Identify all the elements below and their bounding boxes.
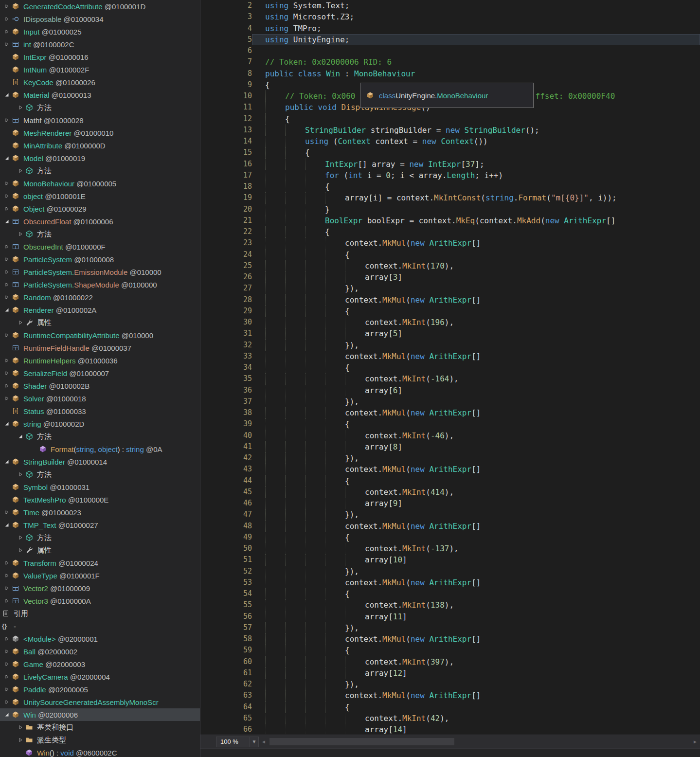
code-line-text[interactable]: array[8]	[252, 441, 700, 452]
tree-item[interactable]: UnitySourceGeneratedAssemblyMonoScr	[0, 696, 200, 708]
tree-item[interactable]: Random @01000022	[0, 291, 200, 304]
collapse-arrow-icon[interactable]	[2, 91, 12, 98]
code-line-text[interactable]: {	[252, 147, 700, 158]
tree-item[interactable]: Input @01000025	[0, 25, 200, 38]
expand-arrow-icon[interactable]	[16, 737, 25, 743]
code-line-text[interactable]: array[14]	[252, 724, 700, 735]
expand-arrow-icon[interactable]	[2, 648, 12, 655]
collapse-arrow-icon[interactable]	[2, 155, 12, 162]
code-line-text[interactable]: context.MkInt(-164),	[252, 373, 700, 384]
code-line-text[interactable]: }),	[252, 679, 700, 690]
code-line-text[interactable]: context.MkInt(397),	[252, 656, 700, 667]
collapse-arrow-icon[interactable]	[2, 711, 12, 718]
code-line-text[interactable]: context.MkInt(-137),	[252, 543, 700, 554]
tree-item[interactable]: RuntimeFieldHandle @01000037	[0, 342, 200, 354]
expand-arrow-icon[interactable]	[2, 281, 12, 288]
tree-item[interactable]: 派生类型	[0, 734, 200, 746]
expand-arrow-icon[interactable]	[16, 547, 25, 554]
code-line-text[interactable]: using TMPro;	[252, 23, 700, 34]
code-line-text[interactable]: context.MkMul(new ArithExpr[]	[252, 633, 700, 645]
tree-item[interactable]: Vector3 @0100000A	[0, 595, 200, 607]
code-line-text[interactable]: {	[252, 418, 700, 430]
code-line-text[interactable]: }	[252, 204, 700, 215]
tree-item[interactable]: 方法	[0, 101, 200, 114]
expand-arrow-icon[interactable]	[2, 699, 12, 705]
code-line-text[interactable]: {	[252, 475, 700, 487]
code-line-text[interactable]: {	[252, 645, 700, 656]
expand-arrow-icon[interactable]	[16, 167, 25, 174]
code-line-text[interactable]: {	[252, 306, 700, 317]
code-line-text[interactable]: array[11]	[252, 611, 700, 622]
code-line-text[interactable]: IntExpr[] array = new IntExpr[37];	[252, 159, 700, 170]
tree-item[interactable]: MinAttribute @0100000D	[0, 139, 200, 152]
expand-arrow-icon[interactable]	[2, 370, 12, 377]
expand-arrow-icon[interactable]	[2, 243, 12, 250]
code-line-text[interactable]: }),	[252, 509, 700, 520]
tree-item[interactable]: ObscuredFloat @01000006	[0, 215, 200, 228]
tree-item[interactable]: MonoBehaviour @01000005	[0, 177, 200, 190]
code-line-text[interactable]: array[i] = context.MkIntConst(string.For…	[252, 192, 700, 203]
tree-item[interactable]: MeshRenderer @01000010	[0, 126, 200, 139]
code-line-text[interactable]: using UnityEngine;	[252, 34, 700, 45]
tree-item[interactable]: Transform @01000024	[0, 557, 200, 569]
code-line-text[interactable]: array[12]	[252, 667, 700, 679]
tree-item[interactable]: Renderer @0100002A	[0, 304, 200, 316]
code-line-text[interactable]: context.MkMul(new ArithExpr[]	[252, 690, 700, 701]
expand-arrow-icon[interactable]	[2, 3, 12, 10]
tree-item[interactable]: Solver @01000018	[0, 392, 200, 405]
code-line-text[interactable]: context.MkMul(new ArithExpr[]	[252, 464, 700, 475]
tree-item[interactable]: LivelyCamera @02000004	[0, 670, 200, 683]
code-line-text[interactable]: StringBuilder stringBuilder = new String…	[252, 125, 700, 136]
code-line-text[interactable]: }),	[252, 622, 700, 633]
tree-item[interactable]: Win @02000006	[0, 708, 200, 721]
tree-item[interactable]: Symbol @01000031	[0, 481, 200, 493]
expand-arrow-icon[interactable]	[16, 104, 25, 111]
code-line-text[interactable]: using (Context context = new Context())	[252, 136, 700, 147]
expand-arrow-icon[interactable]	[2, 686, 12, 693]
code-line-text[interactable]: {	[252, 532, 700, 543]
expand-arrow-icon[interactable]	[2, 332, 12, 339]
code-line-text[interactable]: }),	[252, 283, 700, 294]
code-line-text[interactable]: BoolExpr boolExpr = context.MkEq(context…	[252, 215, 700, 226]
expand-arrow-icon[interactable]	[2, 357, 12, 364]
zoom-control[interactable]: 100 % ▼	[216, 737, 259, 747]
code-line-text[interactable]: using System.Text;	[252, 0, 700, 11]
code-line-text[interactable]: array[9]	[252, 498, 700, 509]
tree-item[interactable]: Format(string, object) : string @0A	[0, 443, 200, 455]
tree-item[interactable]: 方法	[0, 531, 200, 544]
expand-arrow-icon[interactable]	[16, 534, 25, 541]
expand-arrow-icon[interactable]	[16, 231, 25, 237]
expand-arrow-icon[interactable]	[2, 41, 12, 48]
chevron-down-icon[interactable]: ▼	[250, 737, 258, 747]
tree-item[interactable]: Shader @0100002B	[0, 379, 200, 392]
tree-item[interactable]: Game @02000003	[0, 658, 200, 670]
tree-item[interactable]: TextMeshPro @0100000E	[0, 493, 200, 506]
expand-arrow-icon[interactable]	[2, 205, 12, 212]
code-line-text[interactable]: using Microsoft.Z3;	[252, 11, 700, 22]
expand-arrow-icon[interactable]	[2, 28, 12, 35]
code-line-text[interactable]: array[5]	[252, 328, 700, 339]
code-line-text[interactable]: array[10]	[252, 554, 700, 565]
tree-item[interactable]: Win() : void @0600002C	[0, 746, 200, 757]
tree-item[interactable]: Mathf @01000028	[0, 114, 200, 126]
expand-arrow-icon[interactable]	[2, 661, 12, 667]
tree-item[interactable]: Status @01000033	[0, 405, 200, 417]
tree-item[interactable]: <Module> @02000001	[0, 632, 200, 645]
code-line-text[interactable]: array[6]	[252, 385, 700, 396]
tree-item[interactable]: Time @01000023	[0, 506, 200, 519]
tree-item[interactable]: 方法	[0, 228, 200, 240]
code-line-text[interactable]: public class Win : MonoBehaviour	[252, 68, 700, 79]
expand-arrow-icon[interactable]	[2, 256, 12, 263]
code-line-text[interactable]: context.MkInt(-46),	[252, 430, 700, 441]
expand-arrow-icon[interactable]	[16, 724, 25, 731]
code-line-text[interactable]: }),	[252, 396, 700, 407]
expand-arrow-icon[interactable]	[2, 597, 12, 604]
expand-arrow-icon[interactable]	[2, 572, 12, 579]
collapse-arrow-icon[interactable]	[2, 420, 12, 427]
tree-item[interactable]: RuntimeCompatibilityAttribute @010000	[0, 329, 200, 342]
tree-item[interactable]: SerializeField @01000007	[0, 367, 200, 379]
code-line-text[interactable]: }),	[252, 340, 700, 351]
tree-item[interactable]: {}-	[0, 620, 200, 632]
expand-arrow-icon[interactable]	[2, 117, 12, 124]
code-line-text[interactable]: context.MkMul(new ArithExpr[]	[252, 407, 700, 418]
